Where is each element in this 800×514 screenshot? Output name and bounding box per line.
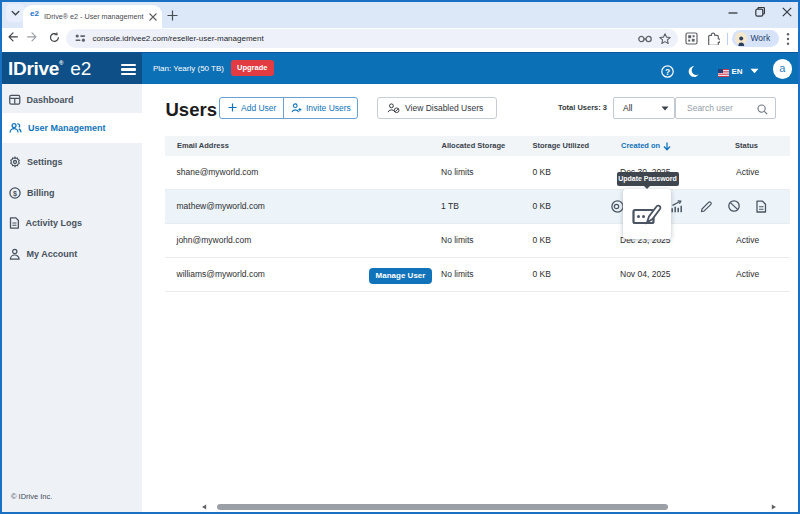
svg-text:$: $ bbox=[13, 189, 17, 197]
svg-text:?: ? bbox=[665, 67, 670, 77]
